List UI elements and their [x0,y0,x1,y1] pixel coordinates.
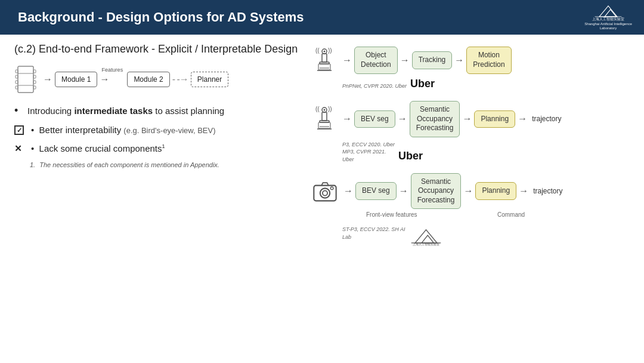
flow-arrow-2a: → [340,113,354,124]
flow-section-3: → BEV seg → SemanticOccupancyForecasting… [312,173,630,248]
film-icon [14,65,37,94]
svg-marker-36 [416,230,438,243]
flow-section-2: (( )) → BEV seg → [312,101,630,165]
semantic-occ-box-2: SemanticOccupancyForecasting [410,101,460,137]
footnote: 1. The necessities of each component is … [30,161,301,170]
bullet-text-2: • Better interpretability (e.g. Bird's-e… [31,124,216,136]
svg-point-33 [320,188,330,198]
svg-text:((: (( [315,106,320,112]
svg-rect-3 [18,66,33,93]
features-label: Features [102,67,123,73]
object-detection-box: ObjectDetection [354,47,398,73]
bev-seg-box-2: BEV seg [354,110,395,128]
check-icon: ✓ [14,124,27,135]
ref-text-3: ST-P3, ECCV 2022. SH AI Lab [342,226,405,241]
ref-row-1: PnPNet, CVPR 2020. Uber Uber [312,78,630,90]
planning-box-2: Planning [474,110,515,128]
svg-rect-22 [318,64,330,70]
flow-arrow-3b: → [397,186,411,196]
main-content: (c.2) End-to-end Framework - Explicit / … [0,35,644,253]
ref-row-2: P3, ECCV 2020. Uber MP3, CVPR 2021. Uber… [312,140,630,164]
arrow-features: Features → [97,74,127,85]
flow-arrow-1a: → [340,55,354,66]
trajectory-label-3: trajectory [533,187,562,195]
flow-arrow-1b: → [398,55,412,66]
subtitle: (c.2) End-to-end Framework - Explicit / … [14,43,301,56]
svg-text:上海人工智能实验室: 上海人工智能实验室 [413,242,439,246]
planner-box: Planner [191,72,228,87]
header-logo: 上海人工智能实验室Shanghai Artificial Intelligenc… [584,4,632,30]
camera-icon [312,179,338,204]
flow-arrow-3c: → [461,186,475,196]
header-title: Background - Design Options for AD Syste… [18,10,304,25]
bullet-text-1: Introducing intermediate tasks to assist… [27,104,224,117]
svg-rect-27 [322,112,327,121]
bullet-item-2: ✓ • Better interpretability (e.g. Bird's… [14,124,301,136]
svg-rect-31 [318,122,330,128]
ref-text-2: P3, ECCV 2020. Uber MP3, CVPR 2021. Uber [342,141,395,164]
ref-row-3: ST-P3, ECCV 2022. SH AI Lab 上海人工智能实验室 [312,224,630,246]
x-mark: ✕ [14,142,22,155]
bullet-text-3: • Lack some crucial components1 [31,142,165,155]
checkbox: ✓ [14,125,24,135]
right-panel: (( )) → ObjectDetection [312,43,630,247]
svg-point-35 [330,187,333,190]
bullet-list: • Introducing intermediate tasks to assi… [14,104,301,155]
svg-point-34 [323,190,327,195]
flow-section-1: (( )) → ObjectDetection [312,45,630,91]
cross-icon: ✕ [14,142,27,155]
annotation-row: Front-view features Command [342,211,630,223]
sh-ai-lab-logo: 上海人工智能实验室 [410,226,442,246]
command-label: Command [497,211,525,218]
planning-box-3: Planning [475,182,516,200]
flow-arrow-2c: → [460,113,474,124]
uber-logo-1: Uber [410,78,435,90]
flow-row-2: (( )) → BEV seg → [312,101,630,137]
flow-arrow-3a: → [341,186,355,196]
arrow-dashed: - -→ [170,74,191,85]
bullet-item-3: ✕ • Lack some crucial components1 [14,142,301,155]
logo-text: 上海人工智能实验室Shanghai Artificial Intelligenc… [584,17,632,30]
semantic-occ-box-3: SemanticOccupancyForecasting [411,173,462,210]
motion-prediction-box: MotionPrediction [466,47,511,73]
bullet-dot-1: • [14,104,27,118]
bev-seg-box-3: BEV seg [355,182,397,200]
module1-box: Module 1 [55,72,97,87]
svg-marker-0 [599,6,617,17]
module-diagram: → Module 1 Features → Module 2 - -→ [14,65,301,94]
trajectory-label-2: trajectory [532,115,561,123]
svg-text:)): )) [328,47,332,54]
footnote-text: The necessities of each component is men… [39,161,219,168]
svg-rect-18 [322,54,327,62]
flow-arrow-2b: → [395,113,410,124]
flow-arrow-1c: → [452,55,466,66]
left-panel: (c.2) End-to-end Framework - Explicit / … [14,43,301,247]
bullet-item-1: • Introducing intermediate tasks to assi… [14,104,301,118]
flow-arrow-3d: → [516,186,531,196]
svg-point-26 [324,109,326,111]
uber-logo-2: Uber [398,150,423,162]
module2-box: Module 2 [127,72,169,87]
flow-arrow-2d: → [515,113,530,124]
arrow-1: → [41,74,55,85]
footnote-number: 1. [30,161,35,168]
header-bar: Background - Design Options for AD Syste… [0,0,644,35]
svg-text:((: (( [315,47,320,54]
logo-svg [590,4,626,17]
slide: Background - Design Options for AD Syste… [0,0,644,363]
svg-text:)): )) [328,106,332,112]
ref-text-1: PnPNet, CVPR 2020. Uber [342,82,407,90]
tracking-box: Tracking [412,51,453,69]
svg-point-17 [324,51,326,53]
flow-row-3: → BEV seg → SemanticOccupancyForecasting… [312,173,630,210]
frontview-label: Front-view features [366,211,417,218]
lidar-sensor-icon-2: (( )) [312,104,336,134]
flow-row-1: (( )) → ObjectDetection [312,45,630,75]
lidar-sensor-icon-1: (( )) [312,45,336,75]
